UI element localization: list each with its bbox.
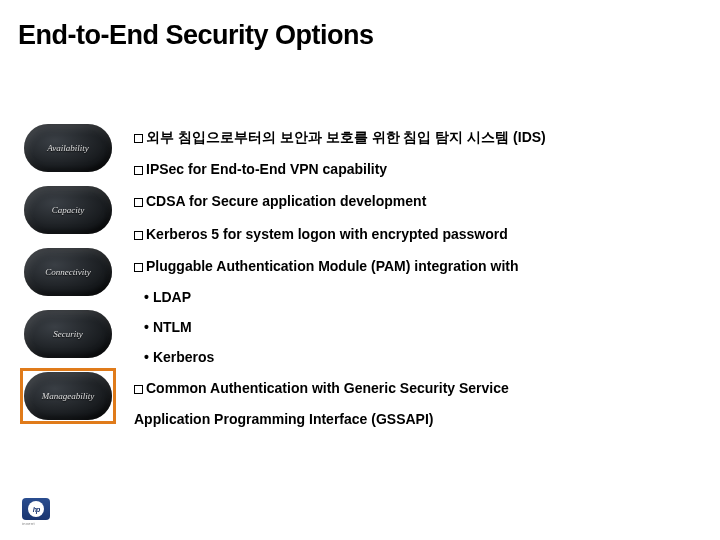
bullet-item: CDSA for Secure application development xyxy=(134,192,694,210)
pill-icon: Security xyxy=(24,310,112,358)
pill-icon: Capacity xyxy=(24,186,112,234)
sidebar-item-availability: Availability xyxy=(24,124,112,172)
sub-bullet-item: •Kerberos xyxy=(144,349,694,365)
bullet-text: Kerberos 5 for system logon with encrypt… xyxy=(146,226,508,242)
checkbox-icon xyxy=(134,134,143,143)
content-area: 외부 침입으로부터의 보안과 보호를 위한 침입 탐지 시스템 (IDS) IP… xyxy=(134,128,694,441)
sidebar-item-label: Capacity xyxy=(52,205,85,215)
checkbox-icon xyxy=(134,166,143,175)
sub-bullet-text: NTLM xyxy=(153,319,192,335)
bullet-text: Common Authentication with Generic Secur… xyxy=(146,380,509,396)
bullet-item: Common Authentication with Generic Secur… xyxy=(134,379,694,397)
hp-logo: hp invent xyxy=(22,498,56,526)
pill-icon: Manageability xyxy=(24,372,112,420)
sidebar: Availability Capacity Connectivity Secur… xyxy=(24,124,112,434)
pill-icon: Availability xyxy=(24,124,112,172)
dot-icon: • xyxy=(144,349,149,365)
sub-bullet-text: Kerberos xyxy=(153,349,214,365)
sub-bullet-item: •NTLM xyxy=(144,319,694,335)
sidebar-item-label: Security xyxy=(53,329,83,339)
sub-bullet-item: •LDAP xyxy=(144,289,694,305)
sidebar-item-label: Manageability xyxy=(42,391,95,401)
slide: End-to-End Security Options Availability… xyxy=(0,0,720,540)
sidebar-item-connectivity: Connectivity xyxy=(24,248,112,296)
sidebar-item-capacity: Capacity xyxy=(24,186,112,234)
bullet-text: CDSA for Secure application development xyxy=(146,193,426,209)
sub-bullet-text: LDAP xyxy=(153,289,191,305)
bullet-item: IPSec for End-to-End VPN capability xyxy=(134,160,694,178)
hp-logo-rect-icon: hp xyxy=(22,498,50,520)
checkbox-icon xyxy=(134,263,143,272)
checkbox-icon xyxy=(134,198,143,207)
sidebar-item-security: Security xyxy=(24,310,112,358)
page-title: End-to-End Security Options xyxy=(18,20,374,51)
hp-logo-text: hp xyxy=(28,501,44,517)
hp-logo-subtext: invent xyxy=(22,521,56,526)
bullet-item: Kerberos 5 for system logon with encrypt… xyxy=(134,225,694,243)
checkbox-icon xyxy=(134,385,143,394)
pill-icon: Connectivity xyxy=(24,248,112,296)
bullet-continuation: Application Programming Interface (GSSAP… xyxy=(134,411,694,427)
bullet-text: 외부 침입으로부터의 보안과 보호를 위한 침입 탐지 시스템 (IDS) xyxy=(146,129,546,145)
bullet-item: 외부 침입으로부터의 보안과 보호를 위한 침입 탐지 시스템 (IDS) xyxy=(134,128,694,146)
checkbox-icon xyxy=(134,231,143,240)
sidebar-item-label: Availability xyxy=(47,143,89,153)
sidebar-item-label: Connectivity xyxy=(45,267,90,277)
bullet-text: IPSec for End-to-End VPN capability xyxy=(146,161,387,177)
sidebar-item-manageability: Manageability xyxy=(24,372,112,420)
dot-icon: • xyxy=(144,289,149,305)
dot-icon: • xyxy=(144,319,149,335)
bullet-text: Pluggable Authentication Module (PAM) in… xyxy=(146,258,519,274)
bullet-item: Pluggable Authentication Module (PAM) in… xyxy=(134,257,694,275)
